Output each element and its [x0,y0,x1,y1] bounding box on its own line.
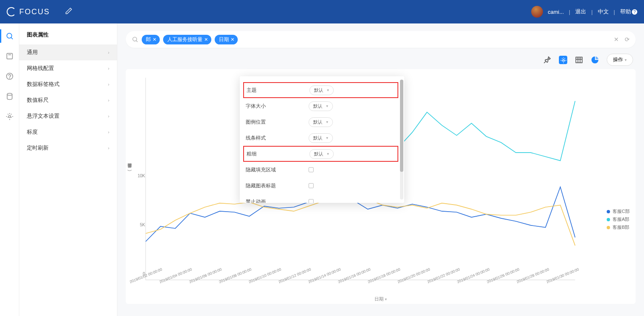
linestyle-select[interactable]: 默认▾ [309,133,333,143]
hidefill-checkbox[interactable] [309,167,314,172]
noanim-label: 禁止动画 [246,198,309,203]
sidebar-item[interactable]: 定时刷新› [19,140,117,156]
hidetitle-label: 隐藏图表标题 [246,182,309,189]
brand-text: FOCUS [19,8,50,16]
thickness-select[interactable]: 默认▾ [309,149,334,159]
bookmark-rail-icon[interactable] [5,52,14,60]
noanim-checkbox[interactable] [309,199,314,203]
username[interactable]: cami... [548,9,564,15]
svg-point-7 [563,60,564,61]
pill-dept[interactable]: 郎✕ [142,35,160,44]
fontsize-row: 字体大小 默认▾ [246,98,401,114]
theme-row: 主题 默认▾ [243,82,398,98]
help-rail-icon[interactable] [5,72,14,80]
main-area: 郎✕ 人工服务接听量✕ 日期✕ ✕ ⟳ 操作▾ 人工服务接听量( 05K10K … [117,23,644,316]
linestyle-label: 线条样式 [246,135,309,142]
general-settings-popover: 主题 默认▾ 字体大小 默认▾ 图例位置 默认▾ 线条样式 默认▾ 粗细 默认▾… [240,76,404,203]
pill-date[interactable]: 日期✕ [215,35,238,44]
chart-type-icon[interactable] [591,56,599,64]
x-axis-ticks: 2019/01/02 00:00:002019/01/04 00:00:0020… [145,274,577,293]
legend-item[interactable]: 客服C部 [607,208,630,215]
search-icon [132,36,138,43]
svg-point-0 [7,33,12,38]
table-icon[interactable] [575,56,583,64]
hidetitle-row: 隐藏图表标题 [246,178,401,194]
legend-item[interactable]: 客服B部 [607,224,630,231]
avatar[interactable] [531,6,543,18]
search-rail-icon[interactable] [5,32,14,40]
sidebar-item[interactable]: 通用› [19,44,117,60]
legendpos-label: 图例位置 [246,119,309,126]
theme-label: 主题 [247,87,309,94]
edit-icon[interactable] [65,7,73,16]
close-icon[interactable]: ✕ [153,37,156,42]
focus-logo-icon [7,7,16,16]
svg-point-4 [7,93,12,96]
left-rail [0,23,19,316]
chart-toolbar: 操作▾ [126,48,636,69]
sidebar-item[interactable]: 悬浮文本设置› [19,108,117,124]
data-rail-icon[interactable] [5,92,14,101]
noanim-row: 禁止动画 [246,194,401,203]
thickness-label: 粗细 [247,150,309,158]
x-axis-label[interactable]: 日期▾ [126,296,636,302]
svg-point-5 [8,116,10,118]
theme-select[interactable]: 默认▾ [309,85,334,95]
close-icon[interactable]: ✕ [231,37,234,42]
header-right: cami... | 退出 | 中文 | 帮助? [531,6,637,18]
sidebar-item[interactable]: 网格线配置› [19,60,117,76]
thickness-row: 粗细 默认▾ [243,146,398,162]
app-header: FOCUS cami... | 退出 | 中文 | 帮助? [0,0,644,23]
fontsize-select[interactable]: 默认▾ [309,101,333,111]
hidefill-row: 隐藏填充区域 [246,162,401,178]
help-link[interactable]: 帮助? [620,8,637,16]
svg-point-6 [133,37,137,41]
popover-scrollbar[interactable] [400,80,403,199]
pin-icon[interactable] [543,56,551,64]
legend-item[interactable]: 客服A部 [607,216,630,223]
close-icon[interactable]: ✕ [204,37,208,42]
language-link[interactable]: 中文 [598,8,609,16]
hidefill-label: 隐藏填充区域 [246,166,309,174]
hidetitle-checkbox[interactable] [309,183,314,188]
sidebar-item[interactable]: 数据标签格式› [19,76,117,92]
chart-properties-panel: 图表属性 通用›网格线配置›数据标签格式›数值标尺›悬浮文本设置›标度›定时刷新… [19,23,117,316]
clear-search-icon[interactable]: ✕ [614,36,619,43]
legendpos-row: 图例位置 默认▾ [246,114,401,130]
legendpos-select[interactable]: 默认▾ [309,117,333,127]
svg-rect-8 [576,57,582,62]
sidebar-item[interactable]: 标度› [19,124,117,140]
settings-rail-icon[interactable] [5,112,14,121]
svg-rect-1 [7,53,12,59]
fontsize-label: 字体大小 [246,103,309,110]
brand-logo: FOCUS [7,7,50,16]
chart-legend: 客服C部 客服A部 客服B部 [607,208,630,232]
refresh-icon[interactable]: ⟳ [625,36,630,43]
actions-button[interactable]: 操作▾ [607,54,633,66]
sidebar-item[interactable]: 数值标尺› [19,92,117,108]
panel-title: 图表属性 [19,23,117,44]
settings-icon[interactable] [559,56,567,64]
pill-metric[interactable]: 人工服务接听量✕ [163,35,211,44]
search-bar: 郎✕ 人工服务接听量✕ 日期✕ ✕ ⟳ [126,31,636,48]
svg-point-3 [9,78,10,78]
linestyle-row: 线条样式 默认▾ [246,130,401,146]
logout-link[interactable]: 退出 [575,8,586,16]
